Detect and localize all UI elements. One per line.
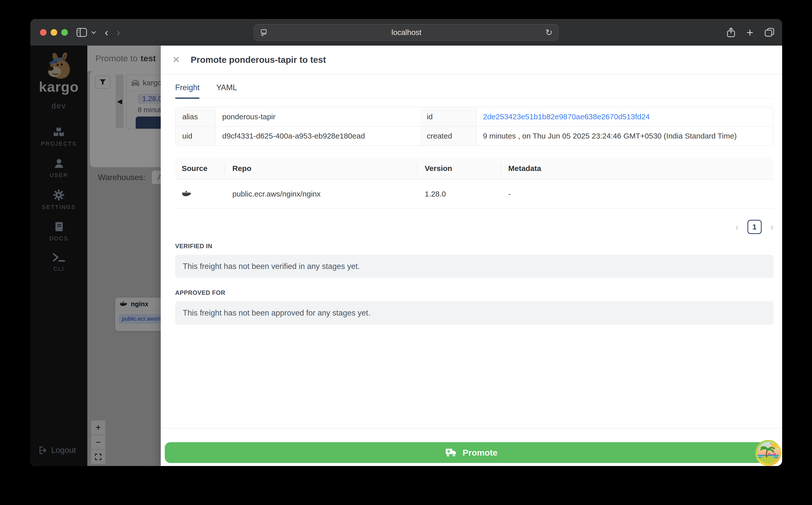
island-badge-icon[interactable] bbox=[755, 440, 782, 466]
minimize-window-button[interactable] bbox=[51, 29, 57, 36]
verified-in-label: VERIFIED IN bbox=[175, 242, 774, 250]
tab-bar: Freight YAML bbox=[175, 83, 774, 99]
browser-titlebar: ‹ › localhost ↻ + bbox=[30, 19, 782, 45]
col-version: Version bbox=[425, 164, 501, 173]
docker-icon bbox=[182, 190, 191, 198]
page-number-button[interactable]: 1 bbox=[748, 220, 762, 234]
page-icon bbox=[260, 29, 268, 36]
url-text: localhost bbox=[268, 28, 545, 37]
id-label: id bbox=[420, 108, 476, 127]
promote-button-label: Promote bbox=[463, 448, 498, 458]
artifacts-table: Source Repo Version Metadata bbox=[175, 158, 774, 209]
freight-id-link[interactable]: 2de253423e51b1b82e9870ae638e2670d513fd24 bbox=[483, 113, 650, 121]
back-button[interactable]: ‹ bbox=[105, 27, 108, 37]
new-tab-button[interactable]: + bbox=[747, 26, 753, 39]
drawer-body: Freight YAML alias ponderous-tapir id 2d… bbox=[161, 74, 782, 325]
close-icon[interactable]: ✕ bbox=[172, 54, 180, 65]
tab-yaml[interactable]: YAML bbox=[216, 83, 237, 98]
alias-label: alias bbox=[176, 108, 216, 127]
approved-for-empty-message: This freight has not been approved for a… bbox=[175, 301, 774, 325]
drawer-header: ✕ Promote ponderous-tapir to test bbox=[161, 45, 782, 74]
artifacts-header-row: Source Repo Version Metadata bbox=[175, 158, 774, 180]
browser-window: ‹ › localhost ↻ + bbox=[30, 19, 782, 466]
alias-value: ponderous-tapir bbox=[216, 108, 420, 127]
column-divider bbox=[501, 163, 501, 173]
address-bar[interactable]: localhost ↻ bbox=[254, 24, 559, 41]
cell-version: 1.28.0 bbox=[425, 190, 501, 198]
col-source: Source bbox=[175, 164, 225, 173]
next-page-button[interactable]: › bbox=[770, 222, 774, 232]
maximize-window-button[interactable] bbox=[61, 29, 68, 36]
column-divider bbox=[225, 163, 225, 173]
column-divider bbox=[417, 163, 418, 173]
forward-button[interactable]: › bbox=[117, 27, 120, 37]
traffic-lights bbox=[40, 29, 68, 36]
cell-metadata: - bbox=[508, 190, 774, 198]
tab-freight[interactable]: Freight bbox=[175, 83, 200, 98]
close-window-button[interactable] bbox=[40, 29, 47, 36]
col-repo: Repo bbox=[232, 164, 417, 173]
table-row: public.ecr.aws/nginx/nginx 1.28.0 - bbox=[175, 180, 774, 209]
reload-icon[interactable]: ↻ bbox=[545, 27, 553, 37]
freight-details-table: alias ponderous-tapir id 2de253423e51b1b… bbox=[175, 107, 774, 146]
approved-for-label: APPROVED FOR bbox=[175, 289, 774, 296]
promote-button[interactable]: Promote bbox=[165, 442, 778, 463]
uid-label: uid bbox=[176, 127, 216, 145]
chevron-down-icon[interactable] bbox=[91, 31, 96, 34]
drawer-footer: Promote bbox=[161, 428, 782, 466]
prev-page-button[interactable]: ‹ bbox=[735, 222, 739, 232]
tab-overview-icon[interactable] bbox=[764, 28, 775, 37]
truck-icon bbox=[446, 448, 457, 457]
promote-drawer: ✕ Promote ponderous-tapir to test Freigh… bbox=[161, 45, 782, 466]
table-row: alias ponderous-tapir id 2de253423e51b1b… bbox=[176, 108, 773, 127]
cell-repo: public.ecr.aws/nginx/nginx bbox=[232, 190, 417, 198]
sidebar-toggle-icon[interactable] bbox=[76, 28, 87, 37]
col-metadata: Metadata bbox=[508, 164, 774, 173]
created-value: 9 minutes , on Thu Jun 05 2025 23:24:46 … bbox=[476, 127, 773, 145]
table-row: uid d9cf4331-d625-400a-a953-eb928e180ead… bbox=[176, 127, 773, 145]
created-label: created bbox=[420, 127, 476, 145]
drawer-title: Promote ponderous-tapir to test bbox=[191, 55, 326, 65]
pagination: ‹ 1 › bbox=[175, 220, 774, 234]
verified-in-empty-message: This freight has not been verified in an… bbox=[175, 255, 774, 278]
uid-value: d9cf4331-d625-400a-a953-eb928e180ead bbox=[216, 127, 420, 145]
share-icon[interactable] bbox=[727, 27, 735, 37]
